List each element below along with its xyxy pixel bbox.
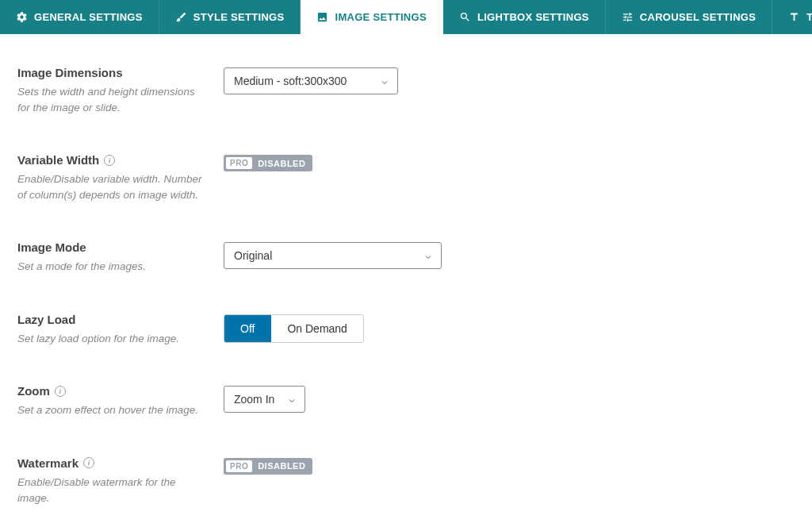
select-value: Zoom In xyxy=(234,393,274,406)
sliders-icon xyxy=(622,11,634,23)
settings-tabs: GENERAL SETTINGS STYLE SETTINGS IMAGE SE… xyxy=(0,0,812,34)
image-mode-select[interactable]: Original xyxy=(224,242,442,269)
field-title: Image Mode xyxy=(17,240,224,254)
tab-style-settings[interactable]: STYLE SETTINGS xyxy=(159,0,301,34)
select-value: Medium - soft:300x300 xyxy=(234,75,347,87)
image-dimensions-select[interactable]: Medium - soft:300x300 xyxy=(224,67,398,94)
tab-general-settings[interactable]: GENERAL SETTINGS xyxy=(0,0,159,34)
tab-lightbox-settings[interactable]: LIGHTBOX SETTINGS xyxy=(443,0,606,34)
chevron-down-icon xyxy=(380,77,388,85)
chevron-down-icon xyxy=(423,252,431,260)
tab-image-settings[interactable]: IMAGE SETTINGS xyxy=(301,0,442,34)
lazy-load-on-demand[interactable]: On Demand xyxy=(270,315,362,342)
field-desc: Sets the width and height dimensions for… xyxy=(17,84,208,115)
info-icon[interactable]: i xyxy=(83,457,94,468)
field-desc: Enable/Disable variable width. Number of… xyxy=(17,171,208,202)
field-desc: Set lazy load option for the image. xyxy=(17,331,208,347)
pro-badge-label: PRO xyxy=(226,460,252,472)
field-desc: Enable/Disable watermark for the image. xyxy=(17,475,208,506)
disabled-label: DISABLED xyxy=(258,461,305,471)
field-image-dimensions: Image Dimensions Sets the width and heig… xyxy=(17,66,795,115)
tab-typography[interactable]: TYPOGRAPHY xyxy=(772,0,812,34)
field-title: Watermark xyxy=(17,456,79,470)
field-title: Zoom xyxy=(17,384,50,398)
field-desc: Set a mode for the images. xyxy=(17,259,208,275)
tab-carousel-settings[interactable]: CAROUSEL SETTINGS xyxy=(606,0,772,34)
select-value: Original xyxy=(234,249,272,262)
field-image-mode: Image Mode Set a mode for the images. Or… xyxy=(17,240,795,275)
gear-icon xyxy=(16,11,28,23)
tab-label: STYLE SETTINGS xyxy=(193,11,285,23)
field-lazy-load: Lazy Load Set lazy load option for the i… xyxy=(17,313,795,347)
tab-label: TYPOGRAPHY xyxy=(806,11,812,23)
zoom-select[interactable]: Zoom In xyxy=(224,386,305,413)
info-icon[interactable]: i xyxy=(55,386,66,397)
pro-disabled-badge: PRO DISABLED xyxy=(224,155,312,171)
field-title: Variable Width xyxy=(17,153,99,167)
lazy-load-off[interactable]: Off xyxy=(224,315,270,342)
pro-disabled-badge: PRO DISABLED xyxy=(224,458,312,475)
search-icon xyxy=(459,11,471,23)
field-title: Lazy Load xyxy=(17,313,224,326)
pro-badge-label: PRO xyxy=(226,157,252,169)
chevron-down-icon xyxy=(287,395,295,403)
settings-panel: Image Dimensions Sets the width and heig… xyxy=(0,34,812,527)
lazy-load-toggle: Off On Demand xyxy=(224,314,364,343)
image-icon xyxy=(316,11,328,23)
field-variable-width: Variable Width i Enable/Disable variable… xyxy=(17,153,795,202)
tab-label: IMAGE SETTINGS xyxy=(335,11,426,23)
tab-label: GENERAL SETTINGS xyxy=(34,11,143,23)
tab-label: LIGHTBOX SETTINGS xyxy=(477,11,589,23)
info-icon[interactable]: i xyxy=(104,155,115,166)
brush-icon xyxy=(175,11,187,23)
field-desc: Set a zoom effect on hover the image. xyxy=(17,402,208,418)
field-zoom: Zoom i Set a zoom effect on hover the im… xyxy=(17,384,795,418)
tab-label: CAROUSEL SETTINGS xyxy=(640,11,756,23)
field-title: Image Dimensions xyxy=(17,66,224,79)
typography-icon xyxy=(788,11,800,23)
disabled-label: DISABLED xyxy=(258,159,305,168)
field-watermark: Watermark i Enable/Disable watermark for… xyxy=(17,456,795,506)
